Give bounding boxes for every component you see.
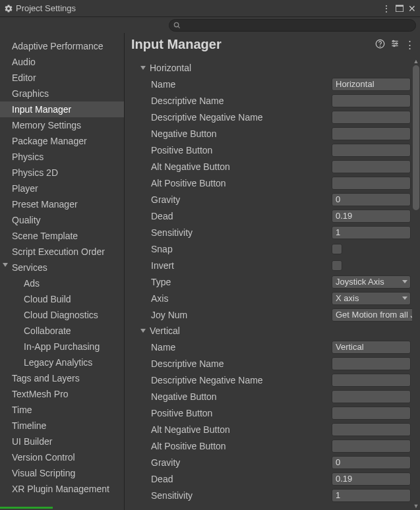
scrollbar-thumb[interactable]	[413, 65, 419, 210]
help-icon[interactable]	[375, 39, 385, 51]
svg-point-8	[396, 43, 397, 44]
sidebar-item-label: Physics	[12, 152, 44, 162]
sidebar-item-audio[interactable]: Audio	[0, 54, 124, 70]
sidebar-item-package-manager[interactable]: Package Manager	[0, 133, 124, 149]
name-field[interactable]	[332, 341, 411, 354]
sidebar-item-memory-settings[interactable]: Memory Settings	[0, 117, 124, 133]
sidebar-item-legacy-analytics[interactable]: Legacy Analytics	[0, 354, 124, 370]
scroll-up-icon[interactable]: ▲	[412, 57, 420, 65]
sidebar-item-graphics[interactable]: Graphics	[0, 86, 124, 101]
sidebar-item-quality[interactable]: Quality	[0, 212, 124, 228]
prop-label: Name	[151, 79, 332, 90]
prop-label: Gravity	[151, 457, 332, 468]
joynum-dropdown[interactable]: Get Motion from all Joysticks	[332, 308, 420, 322]
prop-label: Negative Button	[151, 128, 332, 139]
sidebar-item-input-manager[interactable]: Input Manager	[0, 101, 124, 117]
sidebar-item-visual-scripting[interactable]: Visual Scripting	[0, 465, 124, 481]
prop-label: Dead	[151, 474, 332, 484]
alt-negative-button-field[interactable]	[332, 423, 411, 436]
sidebar-item-label: Tags and Layers	[12, 373, 80, 383]
sidebar-item-version-control[interactable]: Version Control	[0, 449, 124, 465]
content-panel: Input Manager ⋮ Mouse ScrollWheel Horiz	[125, 33, 420, 510]
descriptive-negative-name-field[interactable]	[332, 374, 411, 387]
sidebar-item-preset-manager[interactable]: Preset Manager	[0, 196, 124, 212]
sidebar-item-tags-and-layers[interactable]: Tags and Layers	[0, 370, 124, 386]
axis-header-vertical[interactable]: Vertical	[125, 323, 420, 339]
sidebar-item-physics[interactable]: Physics	[0, 149, 124, 165]
sidebar-item-label: UI Builder	[12, 436, 52, 447]
sidebar-item-label: Adaptive Performance	[12, 41, 104, 51]
descriptive-negative-name-field[interactable]	[332, 111, 411, 124]
sidebar-item-ads[interactable]: Ads	[0, 275, 124, 291]
prop-label: Type	[151, 277, 332, 287]
svg-line-1	[178, 26, 180, 28]
close-icon[interactable]: ✕	[408, 4, 416, 13]
descriptive-name-field[interactable]	[332, 94, 411, 107]
sidebar-item-xr-plugin-management[interactable]: XR Plugin Management	[0, 481, 124, 497]
chevron-down-icon	[3, 263, 8, 267]
sidebar-item-in-app-purchasing[interactable]: In-App Purchasing	[0, 339, 124, 354]
sidebar-item-time[interactable]: Time	[0, 402, 124, 418]
menu-icon[interactable]: ⋮	[405, 39, 415, 51]
vertical-scrollbar[interactable]: ▲ ▼	[412, 57, 420, 510]
sidebar-item-adaptive-performance[interactable]: Adaptive Performance	[0, 38, 124, 54]
sensitivity-field[interactable]	[332, 489, 411, 502]
name-field[interactable]	[332, 78, 411, 91]
alt-positive-button-field[interactable]	[332, 177, 411, 190]
dead-field[interactable]	[332, 472, 411, 486]
prop-label: Alt Negative Button	[151, 161, 332, 172]
invert-checkbox[interactable]	[332, 260, 342, 271]
negative-button-field[interactable]	[332, 390, 411, 403]
sidebar-item-label: Memory Settings	[12, 120, 81, 130]
sidebar-item-label: Visual Scripting	[12, 468, 75, 478]
sidebar-item-label: Player	[12, 183, 38, 194]
positive-button-field[interactable]	[332, 407, 411, 420]
descriptive-name-field[interactable]	[332, 357, 411, 370]
sidebar-item-services[interactable]: Services	[0, 260, 124, 275]
svg-point-0	[174, 22, 178, 26]
preset-icon[interactable]	[390, 39, 400, 50]
type-dropdown[interactable]: Joystick Axis	[332, 275, 411, 289]
sidebar-item-label: Graphics	[12, 88, 49, 99]
sidebar-item-collaborate[interactable]: Collaborate	[0, 323, 124, 339]
sidebar-item-label: Timeline	[12, 420, 46, 431]
sidebar-item-cloud-build[interactable]: Cloud Build	[0, 291, 124, 307]
dead-field[interactable]	[332, 210, 411, 223]
sidebar-item-cloud-diagnostics[interactable]: Cloud Diagnostics	[0, 307, 124, 323]
sidebar-item-player[interactable]: Player	[0, 181, 124, 196]
prop-label: Negative Button	[151, 391, 332, 402]
sidebar-item-label: Cloud Build	[24, 294, 71, 304]
sidebar-item-label: Version Control	[12, 452, 75, 463]
sidebar-item-ui-builder[interactable]: UI Builder	[0, 434, 124, 449]
alt-positive-button-field[interactable]	[332, 439, 411, 453]
kebab-icon[interactable]: ⋮	[382, 4, 391, 13]
maximize-icon[interactable]: 🗖	[395, 4, 404, 13]
sidebar-item-timeline[interactable]: Timeline	[0, 418, 124, 434]
gravity-field[interactable]	[332, 456, 411, 469]
prop-label: Descriptive Negative Name	[151, 375, 332, 385]
svg-point-7	[393, 40, 394, 42]
titlebar: Project Settings ⋮ 🗖 ✕	[0, 0, 420, 17]
negative-button-field[interactable]	[332, 127, 411, 140]
svg-point-3	[380, 45, 380, 46]
sidebar-item-physics-2d[interactable]: Physics 2D	[0, 165, 124, 181]
sidebar-item-textmesh-pro[interactable]: TextMesh Pro	[0, 386, 124, 402]
sidebar-item-label: Editor	[12, 72, 36, 83]
axis-dropdown[interactable]: X axis	[332, 292, 411, 305]
alt-negative-button-field[interactable]	[332, 160, 411, 173]
progress-bar	[0, 507, 53, 509]
sensitivity-field[interactable]	[332, 226, 411, 239]
prop-label: Invert	[151, 260, 332, 271]
search-input[interactable]	[169, 19, 416, 32]
axis-header-horizontal[interactable]: Horizontal	[125, 60, 420, 76]
sidebar-item-editor[interactable]: Editor	[0, 70, 124, 86]
sidebar-item-scene-template[interactable]: Scene Template	[0, 228, 124, 244]
scroll-down-icon[interactable]: ▼	[412, 502, 420, 510]
sidebar-item-script-execution-order[interactable]: Script Execution Order	[0, 244, 124, 260]
positive-button-field[interactable]	[332, 144, 411, 157]
sidebar-item-label: Legacy Analytics	[24, 357, 92, 368]
gravity-field[interactable]	[332, 193, 411, 206]
sidebar-item-label: Time	[12, 405, 32, 415]
snap-checkbox[interactable]	[332, 244, 342, 254]
prop-label: Descriptive Name	[151, 358, 332, 369]
